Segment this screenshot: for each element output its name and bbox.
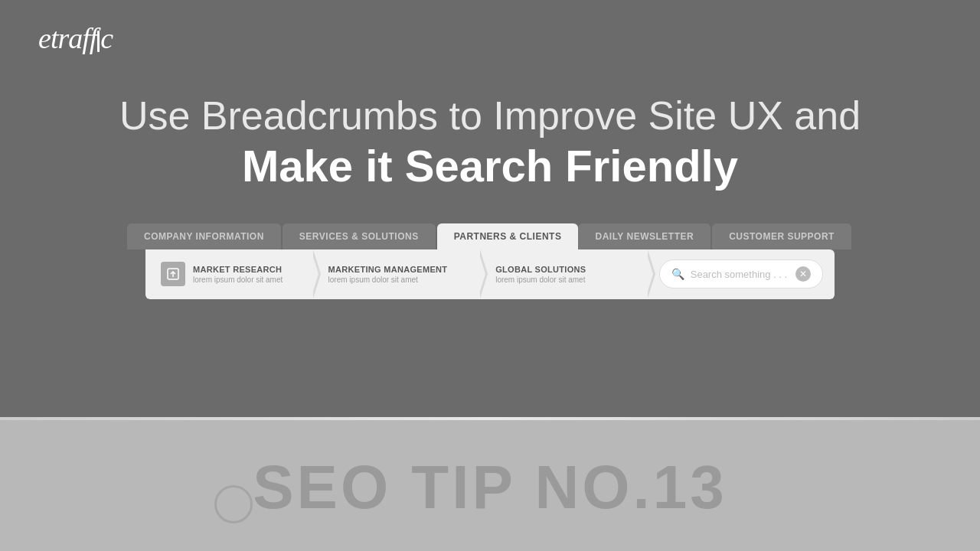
headline-line2: Make it Search Friendly bbox=[0, 139, 980, 193]
breadcrumb-item-marketing-management[interactable]: MARKETING MANAGEMENT lorem ipsum dolor s… bbox=[313, 249, 481, 299]
search-clear-button[interactable]: ✕ bbox=[795, 266, 811, 282]
marketing-management-title: MARKETING MANAGEMENT bbox=[328, 265, 448, 274]
bottom-section: SEO TIP NO.13 bbox=[0, 420, 980, 551]
global-solutions-title: GLOBAL SOLUTIONS bbox=[495, 265, 586, 274]
market-research-text: MARKET RESEARCH lorem ipsum dolor sit am… bbox=[193, 265, 283, 284]
tab-company-information[interactable]: COMPANY INFORMATION bbox=[127, 223, 281, 249]
search-box[interactable]: 🔍 Search something . . . ✕ bbox=[659, 259, 823, 289]
nav-content-block: COMPANY INFORMATION SERVICES & SOLUTIONS… bbox=[0, 216, 980, 299]
nav-tabs: COMPANY INFORMATION SERVICES & SOLUTIONS… bbox=[127, 223, 853, 249]
top-section: etraffc Use Breadcrumbs to Improve Site … bbox=[0, 0, 980, 417]
tab-partners-clients[interactable]: PARTNERS & CLIENTS bbox=[437, 223, 579, 249]
global-solutions-text: GLOBAL SOLUTIONS lorem ipsum dolor sit a… bbox=[495, 265, 586, 284]
content-bar-wrapper: MARKET RESEARCH lorem ipsum dolor sit am… bbox=[0, 249, 980, 299]
market-research-icon bbox=[161, 262, 185, 286]
market-research-title: MARKET RESEARCH bbox=[193, 265, 283, 274]
breadcrumb-item-market-research[interactable]: MARKET RESEARCH lorem ipsum dolor sit am… bbox=[145, 249, 313, 299]
marketing-management-subtitle: lorem ipsum dolor sit amet bbox=[328, 276, 448, 284]
search-icon: 🔍 bbox=[671, 268, 684, 280]
headline-area: Use Breadcrumbs to Improve Site UX and M… bbox=[0, 77, 980, 216]
marketing-management-text: MARKETING MANAGEMENT lorem ipsum dolor s… bbox=[328, 265, 448, 284]
nav-tabs-area: COMPANY INFORMATION SERVICES & SOLUTIONS… bbox=[0, 223, 980, 249]
logo-area: etraffc bbox=[0, 0, 151, 77]
search-item: 🔍 Search something . . . ✕ bbox=[648, 249, 835, 299]
global-solutions-subtitle: lorem ipsum dolor sit amet bbox=[495, 276, 586, 284]
market-research-subtitle: lorem ipsum dolor sit amet bbox=[193, 276, 283, 284]
seo-tip-text: SEO TIP NO.13 bbox=[253, 452, 727, 523]
logo: etraffc bbox=[38, 21, 113, 55]
tab-services-solutions[interactable]: SERVICES & SOLUTIONS bbox=[283, 223, 436, 249]
search-placeholder-text: Search something . . . bbox=[691, 269, 795, 280]
tab-daily-newsletter[interactable]: DAILY NEWSLETTER bbox=[578, 223, 710, 249]
content-bar: MARKET RESEARCH lorem ipsum dolor sit am… bbox=[145, 249, 835, 299]
tab-customer-support[interactable]: CUSTOMER SUPPORT bbox=[712, 223, 851, 249]
bullet-decoration bbox=[214, 485, 253, 523]
headline-line1: Use Breadcrumbs to Improve Site UX and bbox=[0, 92, 980, 139]
breadcrumb-item-global-solutions[interactable]: GLOBAL SOLUTIONS lorem ipsum dolor sit a… bbox=[480, 249, 648, 299]
